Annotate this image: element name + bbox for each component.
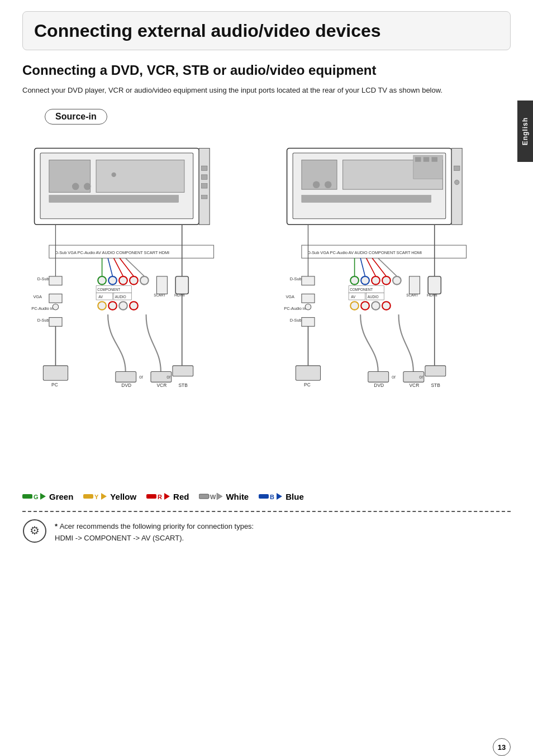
svg-rect-3 bbox=[96, 160, 184, 193]
svg-text:or: or bbox=[139, 374, 144, 380]
svg-text:PC: PC bbox=[51, 382, 58, 387]
page-title: Connecting external audio/video devices bbox=[34, 20, 499, 41]
svg-rect-67 bbox=[423, 157, 430, 161]
svg-text:STB: STB bbox=[431, 382, 440, 388]
svg-rect-40 bbox=[175, 276, 188, 294]
page-container: English Connecting external audio/video … bbox=[0, 11, 533, 756]
svg-text:AUDIO: AUDIO bbox=[368, 295, 379, 299]
svg-text:D-Sub: D-Sub bbox=[290, 276, 302, 281]
svg-point-4 bbox=[72, 183, 79, 190]
legend-green: G Green bbox=[22, 491, 73, 502]
red-label: Red bbox=[173, 492, 189, 501]
svg-rect-68 bbox=[431, 157, 437, 161]
svg-point-20 bbox=[53, 304, 59, 310]
svg-text:DVD: DVD bbox=[121, 382, 131, 388]
legend-yellow: Y Yellow bbox=[83, 491, 136, 502]
svg-marker-134 bbox=[217, 493, 222, 500]
svg-text:D-Sub  VGA  PC-Audio  AV  AUDI: D-Sub VGA PC-Audio AV AUDIO COMPONENT SC… bbox=[307, 250, 422, 255]
svg-point-25 bbox=[119, 276, 127, 285]
svg-rect-22 bbox=[49, 318, 62, 327]
svg-text:Y: Y bbox=[94, 494, 99, 500]
section-title: Connecting a DVD, VCR, STB or audio/vide… bbox=[22, 61, 511, 79]
svg-marker-131 bbox=[164, 493, 170, 500]
svg-rect-50 bbox=[43, 366, 68, 380]
svg-line-109 bbox=[378, 258, 397, 276]
yellow-label: Yellow bbox=[110, 492, 136, 501]
svg-point-34 bbox=[98, 302, 106, 310]
svg-text:PC-Audio in: PC-Audio in bbox=[31, 306, 53, 311]
svg-point-86 bbox=[361, 276, 369, 285]
svg-line-47 bbox=[126, 258, 145, 276]
svg-rect-10 bbox=[201, 175, 207, 179]
svg-text:or: or bbox=[392, 374, 396, 380]
svg-point-69 bbox=[313, 181, 320, 189]
white-cable-icon: W bbox=[199, 491, 222, 502]
svg-rect-11 bbox=[201, 184, 207, 188]
svg-text:D-Sub: D-Sub bbox=[37, 276, 49, 281]
svg-rect-126 bbox=[83, 494, 93, 499]
svg-point-99 bbox=[382, 302, 391, 310]
svg-rect-38 bbox=[156, 276, 167, 294]
note-section: ⚙ * Acer recommends the following priori… bbox=[22, 511, 511, 544]
svg-rect-18 bbox=[49, 294, 62, 303]
svg-text:PC-Audio in: PC-Audio in bbox=[284, 306, 306, 311]
page-number: 13 bbox=[493, 738, 511, 756]
svg-point-5 bbox=[84, 183, 91, 190]
svg-rect-119 bbox=[425, 366, 446, 376]
svg-text:AUDIO: AUDIO bbox=[115, 295, 126, 299]
svg-point-6 bbox=[111, 173, 116, 177]
svg-point-89 bbox=[393, 276, 401, 285]
svg-rect-129 bbox=[146, 494, 156, 499]
svg-line-106 bbox=[360, 258, 365, 276]
side-tab: English bbox=[517, 101, 533, 162]
svg-rect-100 bbox=[409, 276, 420, 294]
svg-text:D-Sub: D-Sub bbox=[37, 318, 49, 323]
left-diagram-svg: D-Sub VGA PC-Audio AV AUDIO COMPONENT SC… bbox=[17, 142, 264, 483]
svg-point-87 bbox=[372, 276, 380, 285]
white-label: White bbox=[226, 492, 249, 501]
svg-rect-123 bbox=[22, 494, 32, 499]
svg-text:SCART: SCART bbox=[154, 293, 165, 297]
svg-point-82 bbox=[305, 304, 311, 310]
svg-point-23 bbox=[98, 276, 106, 285]
red-cable-icon: R bbox=[146, 491, 170, 502]
svg-rect-9 bbox=[201, 166, 207, 170]
svg-rect-72 bbox=[451, 149, 462, 225]
source-in-badge: Source-in bbox=[45, 109, 107, 125]
blue-cable-icon: B bbox=[259, 491, 282, 502]
svg-text:VCR: VCR bbox=[409, 382, 419, 388]
svg-text:D-Sub: D-Sub bbox=[290, 318, 302, 323]
svg-text:⚙: ⚙ bbox=[30, 524, 40, 537]
svg-rect-132 bbox=[199, 494, 209, 499]
svg-point-26 bbox=[130, 276, 138, 285]
svg-text:HDMI: HDMI bbox=[427, 293, 437, 298]
svg-text:SCART: SCART bbox=[406, 293, 418, 297]
description-text: Connect your DVD player, VCR or audio/vi… bbox=[22, 85, 511, 96]
blue-label: Blue bbox=[285, 492, 304, 501]
svg-point-97 bbox=[361, 302, 369, 310]
svg-text:VGA: VGA bbox=[285, 294, 294, 299]
svg-point-27 bbox=[140, 276, 149, 285]
svg-rect-78 bbox=[302, 276, 315, 285]
svg-text:AV: AV bbox=[98, 295, 103, 299]
svg-text:VCR: VCR bbox=[156, 382, 166, 388]
svg-rect-112 bbox=[296, 366, 320, 380]
green-label: Green bbox=[49, 492, 73, 501]
svg-text:STB: STB bbox=[178, 382, 188, 388]
svg-point-35 bbox=[108, 302, 117, 310]
svg-marker-125 bbox=[40, 493, 46, 500]
svg-point-88 bbox=[382, 276, 391, 285]
note-icon: ⚙ bbox=[22, 519, 47, 543]
svg-point-74 bbox=[454, 180, 459, 184]
svg-marker-128 bbox=[101, 493, 107, 500]
svg-text:VGA: VGA bbox=[33, 294, 42, 299]
svg-point-85 bbox=[350, 276, 359, 285]
svg-text:W: W bbox=[210, 494, 216, 500]
svg-rect-114 bbox=[368, 372, 389, 382]
svg-rect-135 bbox=[259, 494, 269, 499]
svg-text:or: or bbox=[419, 374, 423, 380]
title-box: Connecting external audio/video devices bbox=[22, 11, 511, 50]
svg-text:AV: AV bbox=[351, 295, 356, 299]
section-heading: Connecting a DVD, VCR, STB or audio/vide… bbox=[22, 61, 511, 79]
svg-rect-16 bbox=[49, 276, 62, 285]
